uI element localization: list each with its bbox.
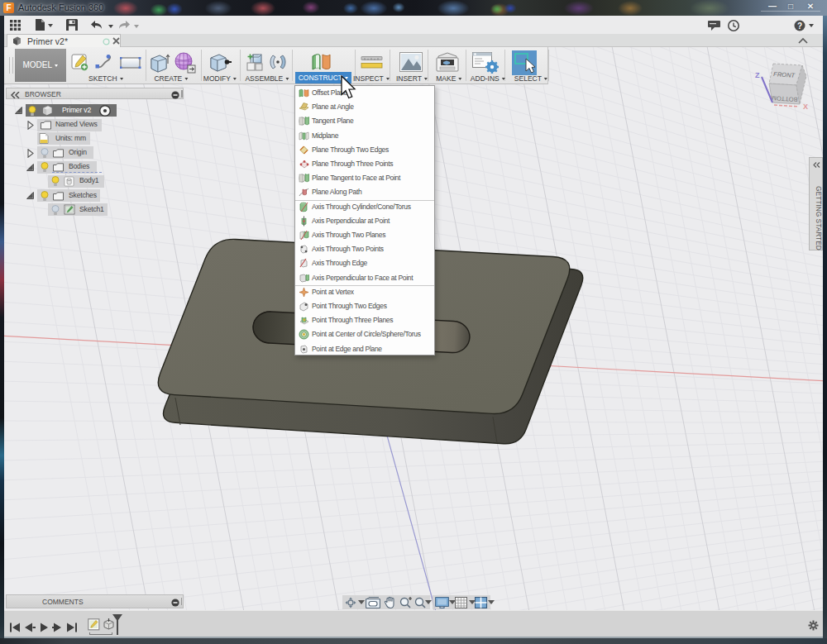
svg-text:?: ? [797, 21, 802, 31]
svg-text:GETTING STARTED: GETTING STARTED [815, 186, 823, 250]
